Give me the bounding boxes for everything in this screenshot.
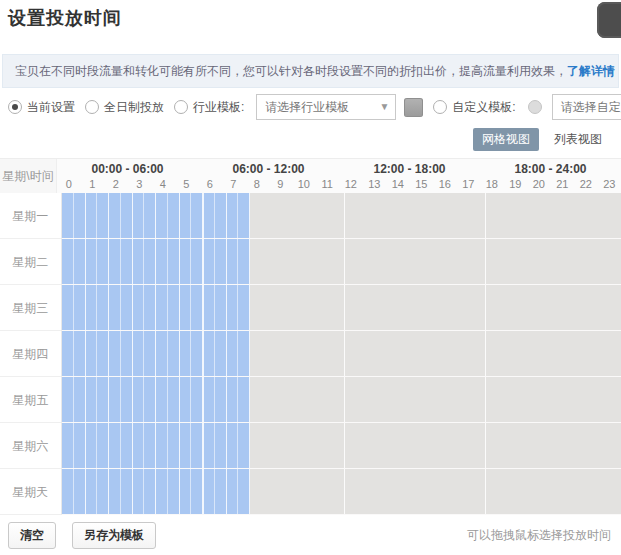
set-delivery-time-page: 设置投放时间 宝贝在不同时段流量和转化可能有所不同，您可以针对各时段设置不同的折…: [0, 0, 621, 555]
selected-time-block[interactable]: [62, 377, 250, 422]
hour-label: 17: [457, 177, 481, 193]
radio-custom-template[interactable]: 自定义模板:: [433, 99, 515, 116]
clear-button[interactable]: 清空: [8, 522, 56, 549]
hour-label: 3: [128, 177, 152, 193]
group-separator: [344, 423, 345, 468]
custom-template-select[interactable]: 请选择自定义模板 ▼: [552, 94, 621, 120]
day-row: 星期天: [0, 469, 621, 515]
day-label: 星期四: [0, 331, 62, 377]
group-separator: [485, 469, 486, 514]
day-label: 星期三: [0, 285, 62, 331]
day-row: 星期四: [0, 331, 621, 377]
selected-time-block[interactable]: [62, 331, 250, 376]
day-row: 星期五: [0, 377, 621, 423]
radio-custom-label: 自定义模板:: [452, 99, 515, 116]
custom-template-placeholder: 请选择自定义模板: [561, 100, 621, 114]
group-separator: [203, 331, 204, 376]
notice-text: 宝贝在不同时段流量和转化可能有所不同，您可以针对各时段设置不同的折扣出价，提高流…: [15, 64, 567, 78]
group-separator: [344, 377, 345, 422]
group-separator: [485, 377, 486, 422]
group-separator: [485, 193, 486, 238]
radio-current-setting[interactable]: 当前设置: [8, 99, 75, 116]
hour-label: 7: [222, 177, 246, 193]
hour-label: 6: [198, 177, 222, 193]
hour-label: 11: [316, 177, 340, 193]
group-separator: [485, 331, 486, 376]
view-toggle: 网格视图 列表视图: [0, 126, 621, 152]
selected-time-block[interactable]: [62, 285, 250, 330]
hour-label: 15: [410, 177, 434, 193]
hour-label: 12: [339, 177, 363, 193]
notice-bar: 宝贝在不同时段流量和转化可能有所不同，您可以针对各时段设置不同的折扣出价，提高流…: [2, 54, 619, 88]
group-separator: [203, 377, 204, 422]
hour-label: 21: [551, 177, 575, 193]
day-cells[interactable]: [62, 193, 621, 239]
chevron-down-icon: ▼: [379, 95, 389, 119]
radio-icon: [8, 100, 22, 114]
day-row: 星期一: [0, 193, 621, 239]
selected-time-block[interactable]: [62, 423, 250, 468]
time-group-label: 06:00 - 12:00: [198, 159, 339, 177]
top-right-cutoff-button[interactable]: [597, 2, 621, 38]
hour-label: 22: [574, 177, 598, 193]
day-cells[interactable]: [62, 423, 621, 469]
day-cells[interactable]: [62, 239, 621, 285]
group-separator: [203, 469, 204, 514]
day-cells[interactable]: [62, 469, 621, 515]
time-group-label: 00:00 - 06:00: [57, 159, 198, 177]
selected-time-block[interactable]: [62, 239, 250, 284]
time-group-label: 18:00 - 24:00: [480, 159, 621, 177]
radio-fullday[interactable]: 全日制投放: [85, 99, 164, 116]
group-separator: [485, 423, 486, 468]
template-badge-icon[interactable]: [404, 98, 423, 117]
hour-label: 16: [433, 177, 457, 193]
hour-label: 19: [504, 177, 528, 193]
selected-time-block[interactable]: [62, 193, 250, 238]
hour-label: 23: [598, 177, 621, 193]
day-row: 星期三: [0, 285, 621, 331]
options-row: 当前设置 全日制投放 行业模板: 请选择行业模板 ▼ 自定义模板: 请选择自定义…: [0, 88, 621, 126]
day-label: 星期天: [0, 469, 62, 515]
day-row: 星期六: [0, 423, 621, 469]
industry-template-placeholder: 请选择行业模板: [265, 100, 349, 114]
time-grid: 星期\时间 00:00 - 06:0006:00 - 12:0012:00 - …: [0, 158, 621, 515]
save-as-template-button[interactable]: 另存为模板: [72, 522, 156, 549]
drag-hint: 可以拖拽鼠标选择投放时间: [467, 527, 611, 544]
day-label: 星期五: [0, 377, 62, 423]
day-label: 星期六: [0, 423, 62, 469]
radio-industry-template[interactable]: 行业模板:: [174, 99, 244, 116]
grid-corner-label: 星期\时间: [0, 159, 57, 193]
day-cells[interactable]: [62, 331, 621, 377]
selected-time-block[interactable]: [62, 469, 250, 514]
group-separator: [485, 239, 486, 284]
group-separator: [344, 193, 345, 238]
hour-label: 14: [386, 177, 410, 193]
time-group-label: 12:00 - 18:00: [339, 159, 480, 177]
page-header: 设置投放时间: [0, 0, 621, 48]
day-label: 星期二: [0, 239, 62, 285]
learn-more-link[interactable]: 了解详情 >>: [567, 64, 619, 78]
grid-view-button[interactable]: 网格视图: [473, 128, 539, 151]
hour-label: 10: [292, 177, 316, 193]
time-group-row: 00:00 - 06:0006:00 - 12:0012:00 - 18:001…: [57, 159, 621, 177]
hour-label: 1: [81, 177, 105, 193]
group-separator: [203, 193, 204, 238]
group-separator: [344, 239, 345, 284]
grid-header-right: 00:00 - 06:0006:00 - 12:0012:00 - 18:001…: [57, 159, 621, 193]
industry-template-select[interactable]: 请选择行业模板 ▼: [256, 94, 396, 120]
footer-row: 清空 另存为模板 可以拖拽鼠标选择投放时间: [0, 522, 621, 549]
hour-label-row: 01234567891011121314151617181920212223: [57, 177, 621, 193]
time-grid-body: 星期一星期二星期三星期四星期五星期六星期天: [0, 193, 621, 515]
day-cells[interactable]: [62, 377, 621, 423]
radio-icon: [174, 100, 188, 114]
group-separator: [344, 285, 345, 330]
list-view-button[interactable]: 列表视图: [545, 128, 611, 151]
radio-fullday-label: 全日制投放: [104, 99, 164, 116]
hour-label: 20: [527, 177, 551, 193]
group-separator: [344, 469, 345, 514]
day-cells[interactable]: [62, 285, 621, 331]
hour-label: 5: [175, 177, 199, 193]
group-separator: [344, 331, 345, 376]
hour-label: 4: [151, 177, 175, 193]
time-grid-header: 星期\时间 00:00 - 06:0006:00 - 12:0012:00 - …: [0, 159, 621, 193]
